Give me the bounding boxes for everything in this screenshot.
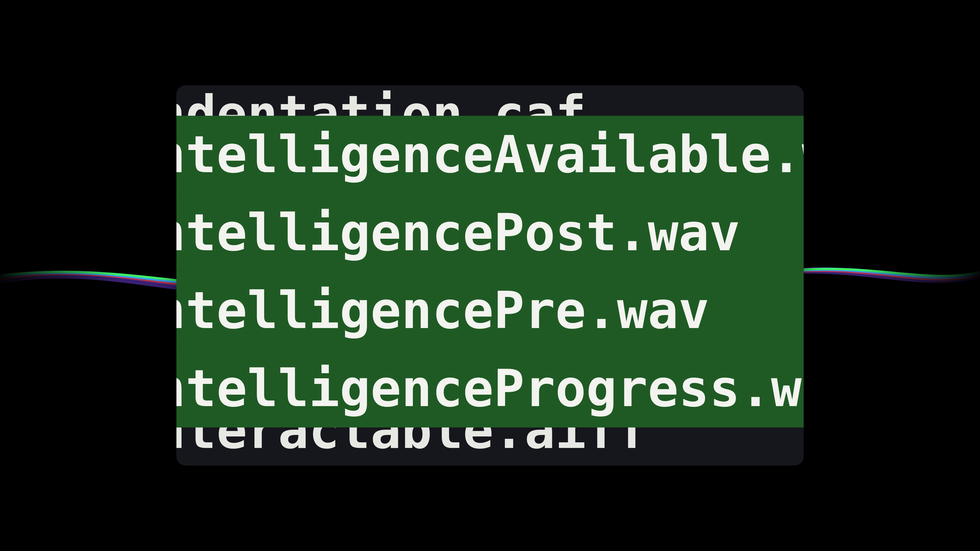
list-item[interactable]: ndentation.caf	[177, 86, 803, 116]
file-list-panel: ndentation.caf ntelligenceAvailable.wav …	[177, 86, 803, 465]
list-item[interactable]: ntelligenceAvailable.wav	[177, 116, 803, 194]
list-item[interactable]: ntelligencePre.wav	[177, 272, 803, 350]
list-item[interactable]: ntelligenceProgress.wav	[177, 350, 803, 428]
file-name: ndentation.caf	[177, 89, 586, 116]
list-item[interactable]: ntelligencePost.wav	[177, 194, 803, 272]
file-name: ntelligencePost.wav	[177, 207, 740, 258]
list-item[interactable]: nteractable.aiff	[177, 427, 803, 462]
file-name: ntelligenceProgress.wav	[177, 363, 803, 414]
file-list: ndentation.caf ntelligenceAvailable.wav …	[177, 86, 803, 465]
file-name: ntelligenceAvailable.wav	[177, 129, 803, 180]
file-name: ntelligencePre.wav	[177, 285, 709, 336]
file-name: nteractable.aiff	[177, 427, 648, 456]
